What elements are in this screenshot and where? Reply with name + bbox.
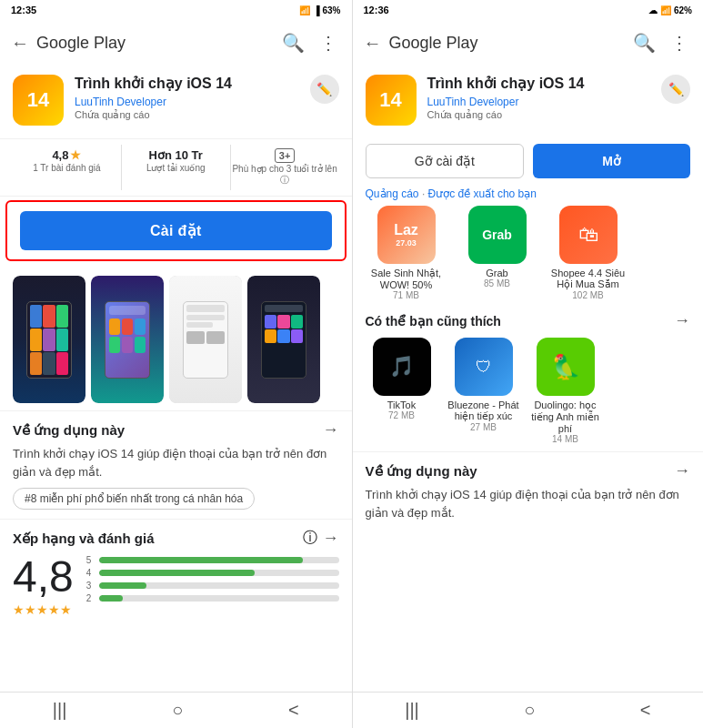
bluezone-name: Bluezone - Phát hiện tiếp xúc (447, 399, 520, 422)
status-icons-left: 📶 ▐ 63% (299, 5, 340, 15)
edit-icon-right[interactable]: ✏️ (661, 75, 690, 104)
suggest-section: Có thể bạn cũng thích → 🎵 TikTok 72 MB 🛡… (353, 308, 704, 451)
app-icon-left: 14 (13, 75, 64, 126)
ad-card-grab[interactable]: Grab Grab 85 MB (457, 206, 538, 300)
status-bar-right: 12:36 ☁ 📶 62% (353, 0, 704, 20)
ad-card-shopee[interactable]: 🛍 Shopee 4.4 Siêu Hội Mua Sắm 102 MB (547, 206, 629, 300)
signal-icon: ▐ (313, 5, 319, 15)
wifi-icon: 📶 (299, 5, 310, 15)
suggest-arrow[interactable]: → (674, 311, 690, 330)
screenshot-1 (13, 276, 85, 403)
about-header-right: Về ứng dụng này → (366, 461, 691, 480)
bar-row-3: 3 (86, 581, 339, 591)
about-header-left: Về ứng dụng này → (13, 420, 339, 440)
stat-age: 3+ Phù hợp cho 3 tuổi trở lên ⓘ (231, 145, 339, 190)
stats-row-left: 4,8 ★ 1 Tr bài đánh giá Hơn 10 Tr Lượt t… (0, 138, 352, 197)
star-icon: ★ (70, 148, 81, 162)
bluezone-size: 27 MB (470, 422, 497, 432)
suggest-title: Có thể bạn cũng thích (366, 314, 501, 329)
wifi-icon-right: 📶 (660, 5, 671, 15)
nav-back-right[interactable]: < (640, 700, 651, 721)
battery-left: 63% (322, 5, 340, 15)
tiktok-size: 72 MB (388, 410, 415, 420)
nav-home-right[interactable]: ||| (405, 700, 419, 721)
edit-icon-left[interactable]: ✏️ (310, 75, 339, 104)
back-button-right[interactable]: ← (364, 33, 382, 54)
more-icon-left[interactable]: ⋮ (316, 28, 341, 57)
ads-scroll: Laz 27.03 Sale Sinh Nhật, WOW! 50% 71 MB… (366, 206, 691, 300)
left-screen: 12:35 📶 ▐ 63% ← Google Play 🔍 ⋮ 14 Trình… (0, 0, 352, 728)
downloads-label: Lượt tải xuống (122, 163, 230, 173)
uninstall-button[interactable]: Gỡ cài đặt (366, 144, 525, 178)
suggest-header: Có thể bạn cũng thích → (366, 311, 691, 330)
app-info-right: Trình khởi chạy iOS 14 LuuTinh Developer… (427, 75, 651, 121)
app-info-left: Trình khởi chạy iOS 14 LuuTinh Developer… (75, 75, 299, 121)
bar-row-4: 4 (86, 568, 339, 578)
status-bar-left: 12:35 📶 ▐ 63% (0, 0, 352, 20)
nav-back-left[interactable]: < (288, 700, 299, 721)
lazada-name: Sale Sinh Nhật, WOW! 50% (366, 268, 447, 290)
suggest-bluezone[interactable]: 🛡 Bluezone - Phát hiện tiếp xúc 27 MB (447, 338, 520, 444)
nav-home-left[interactable]: ||| (53, 700, 67, 721)
app-ads-right: Chứa quảng cáo (427, 109, 651, 121)
tiktok-name: TikTok (387, 399, 416, 410)
about-arrow-left[interactable]: → (323, 420, 339, 440)
rating-arrow[interactable]: → (323, 529, 339, 548)
about-section-left: Về ứng dụng này → Trình khởi chạy iOS 14… (0, 410, 352, 519)
duolingo-name: Duolingo: học tiếng Anh miễn phí (529, 399, 602, 434)
nav-circle-left[interactable]: ○ (172, 700, 183, 721)
shopee-icon: 🛍 (559, 206, 618, 264)
screenshot-2 (91, 276, 164, 403)
rating-section-left: Xếp hạng và đánh giá ⓘ → 4,8 ★★★★★ 5 4 (0, 519, 352, 626)
app-bar-left: ← Google Play 🔍 ⋮ (0, 20, 352, 66)
ad-card-lazada[interactable]: Laz 27.03 Sale Sinh Nhật, WOW! 50% 71 MB (366, 206, 447, 300)
back-button-left[interactable]: ← (11, 33, 29, 54)
nav-circle-right[interactable]: ○ (524, 700, 535, 721)
app-header-right: 14 Trình khởi chạy iOS 14 LuuTinh Develo… (353, 66, 704, 135)
stat-downloads: Hơn 10 Tr Lượt tải xuống (122, 145, 231, 190)
rating-count: 1 Tr bài đánh giá (13, 163, 121, 173)
rating-info-icon: ⓘ (303, 529, 317, 548)
shopee-name: Shopee 4.4 Siêu Hội Mua Sắm (547, 268, 629, 290)
rating-value: 4,8 (52, 148, 68, 162)
time-right: 12:36 (364, 5, 389, 15)
age-badge: 3+ (275, 148, 296, 163)
about-title-left: Về ứng dụng này (13, 422, 125, 439)
app-bar-right: ← Google Play 🔍 ⋮ (353, 20, 704, 66)
search-icon-left[interactable]: 🔍 (278, 28, 308, 57)
cloud-icon: ☁ (648, 5, 658, 15)
tiktok-icon: 🎵 (373, 338, 431, 396)
about-section-right: Về ứng dụng này → Trình khởi chạy iOS 14… (353, 451, 704, 531)
app-developer-right[interactable]: LuuTinh Developer (427, 96, 651, 108)
ads-label: Quảng cáo · Được đề xuất cho bạn (366, 187, 691, 200)
shopee-size: 102 MB (572, 290, 603, 300)
rating-title-left: Xếp hạng và đánh giá (13, 531, 155, 547)
suggest-tiktok[interactable]: 🎵 TikTok 72 MB (366, 338, 438, 444)
bar-row-2: 2 (86, 593, 339, 603)
tag-pill-left: #8 miễn phí phổ biến nhất trong cá nhân … (13, 488, 255, 510)
more-icon-right[interactable]: ⋮ (667, 28, 692, 57)
time-left: 12:35 (11, 5, 36, 15)
stat-rating: 4,8 ★ 1 Tr bài đánh giá (13, 145, 122, 190)
action-buttons: Gỡ cài đặt Mở (353, 135, 704, 184)
screenshots-row (0, 268, 352, 410)
screenshot-3 (169, 276, 242, 403)
app-name-right: Trình khởi chạy iOS 14 (427, 75, 651, 94)
open-button[interactable]: Mở (533, 144, 690, 178)
downloads-value: Hơn 10 Tr (122, 148, 230, 162)
bars-container: 5 4 3 2 (86, 555, 339, 606)
app-name-left: Trình khởi chạy iOS 14 (75, 75, 299, 94)
suggest-scroll: 🎵 TikTok 72 MB 🛡 Bluezone - Phát hiện ti… (366, 338, 691, 444)
bluezone-icon: 🛡 (455, 338, 513, 396)
right-screen: 12:36 ☁ 📶 62% ← Google Play 🔍 ⋮ 14 Trình… (352, 0, 704, 728)
suggest-duolingo[interactable]: 🦜 Duolingo: học tiếng Anh miễn phí 14 MB (529, 338, 602, 444)
install-button[interactable]: Cài đặt (20, 211, 332, 250)
lazada-size: 71 MB (393, 290, 419, 300)
about-arrow-right[interactable]: → (674, 461, 690, 480)
age-label: Phù hợp cho 3 tuổi trở lên ⓘ (231, 164, 339, 187)
app-developer-left[interactable]: LuuTinh Developer (75, 96, 299, 108)
search-icon-right[interactable]: 🔍 (629, 28, 659, 57)
app-header-left: 14 Trình khởi chạy iOS 14 LuuTinh Develo… (0, 66, 352, 135)
about-text-right: Trình khởi chạy iOS 14 giúp điện thoại c… (366, 486, 691, 521)
bar-row-5: 5 (86, 555, 339, 565)
